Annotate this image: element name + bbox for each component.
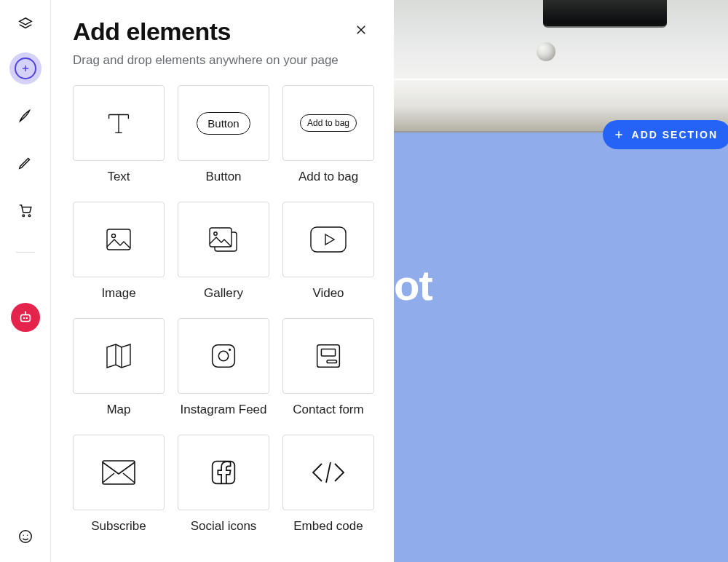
tool-rail	[0, 0, 51, 562]
element-label: Instagram Feed	[178, 403, 269, 417]
section-overlay[interactable]	[394, 132, 728, 562]
element-tile-map[interactable]	[73, 318, 165, 394]
facebook-icon	[207, 456, 240, 489]
element-label: Add to bag	[282, 170, 374, 184]
page-canvas[interactable]: ot ADD SECTION	[394, 0, 728, 562]
svg-point-10	[112, 234, 116, 238]
svg-rect-2	[20, 314, 30, 321]
cart-icon[interactable]	[17, 202, 33, 218]
svg-point-1	[28, 215, 31, 217]
element-label: Contact form	[282, 403, 374, 417]
pen-icon[interactable]	[17, 154, 33, 170]
element-tile-social-icons[interactable]	[178, 435, 269, 510]
envelope-icon	[100, 458, 138, 487]
element-tile-image[interactable]	[73, 202, 165, 277]
svg-point-8	[27, 534, 28, 535]
svg-point-7	[23, 534, 23, 535]
svg-point-16	[218, 351, 228, 360]
element-tile-video[interactable]	[282, 202, 374, 277]
rail-divider	[16, 252, 35, 253]
svg-point-17	[229, 349, 231, 351]
hero-image-detail	[537, 42, 555, 61]
element-label: Video	[282, 286, 374, 301]
add-section-label: ADD SECTION	[632, 129, 718, 140]
svg-rect-21	[103, 461, 135, 484]
element-label: Image	[73, 286, 165, 301]
svg-point-3	[23, 317, 24, 319]
element-tile-gallery[interactable]	[178, 202, 269, 277]
element-tile-subscribe[interactable]	[73, 435, 165, 510]
add-to-bag-icon: Add to bag	[300, 114, 357, 132]
element-label: Text	[73, 170, 165, 184]
brush-icon[interactable]	[17, 108, 33, 124]
element-label: Subscribe	[73, 519, 165, 534]
element-tile-text[interactable]	[73, 85, 165, 161]
elements-grid: Text Button Button Add to bag Add to bag	[73, 85, 372, 544]
emoji-icon[interactable]	[17, 529, 33, 545]
svg-point-0	[22, 215, 24, 217]
element-tile-add-to-bag[interactable]: Add to bag	[282, 85, 374, 161]
element-label: Embed code	[282, 519, 374, 534]
svg-rect-15	[213, 345, 235, 368]
close-icon	[355, 23, 368, 36]
element-tile-contact-form[interactable]	[282, 318, 374, 394]
add-element-button[interactable]	[9, 52, 41, 84]
add-elements-panel: Add elements Drag and drop elements anyw…	[51, 0, 394, 562]
element-tile-embed-code[interactable]	[282, 435, 374, 510]
map-icon	[101, 339, 136, 373]
element-label: Button	[178, 170, 269, 184]
svg-rect-14	[311, 227, 346, 252]
panel-title: Add elements	[73, 17, 231, 46]
hero-image-detail	[543, 0, 667, 28]
element-tile-instagram-feed[interactable]	[178, 318, 269, 394]
instagram-icon	[207, 339, 240, 373]
close-button[interactable]	[350, 19, 372, 44]
hero-image	[394, 0, 728, 132]
image-icon	[101, 222, 136, 257]
panel-subtitle: Drag and drop elements anywhere on your …	[73, 53, 372, 68]
video-icon	[308, 224, 349, 255]
code-icon	[309, 459, 348, 486]
svg-rect-9	[107, 229, 130, 250]
svg-rect-20	[327, 360, 336, 363]
svg-point-6	[19, 531, 31, 543]
element-label: Map	[73, 403, 165, 417]
ai-assistant-button[interactable]	[11, 303, 40, 332]
gallery-icon	[205, 222, 242, 257]
section-title-fragment: ot	[394, 261, 432, 309]
svg-point-4	[25, 317, 27, 319]
button-icon: Button	[197, 112, 250, 135]
layers-icon[interactable]	[17, 16, 33, 32]
text-icon	[102, 106, 135, 140]
contact-form-icon	[312, 339, 345, 373]
element-tile-button[interactable]: Button	[178, 85, 269, 161]
element-label: Social icons	[178, 519, 269, 534]
svg-rect-22	[213, 462, 235, 484]
svg-rect-19	[321, 349, 335, 356]
plus-icon	[613, 129, 625, 140]
svg-point-5	[24, 312, 25, 313]
element-label: Gallery	[178, 286, 269, 301]
add-section-button[interactable]: ADD SECTION	[603, 120, 728, 149]
